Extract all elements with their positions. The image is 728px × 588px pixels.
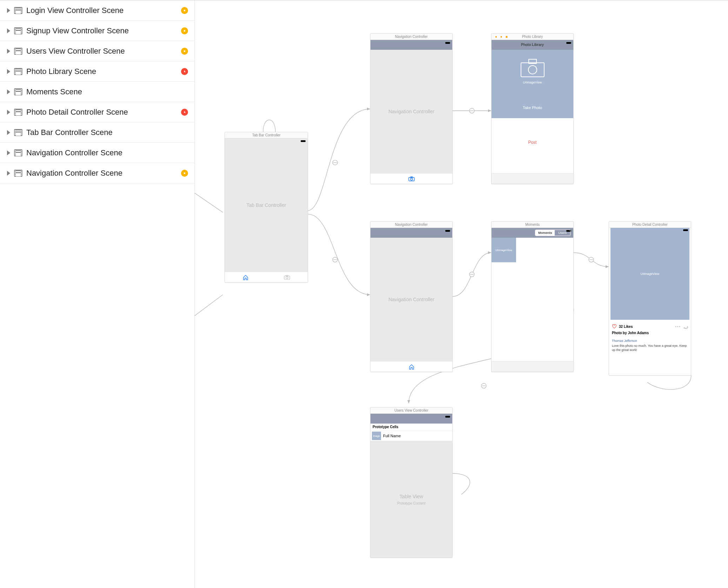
scene-row[interactable]: Login View Controller Scene [0,0,194,21]
segment-moments[interactable]: Moments [535,230,555,236]
take-photo-button[interactable]: Take Photo [492,106,573,110]
controller-placeholder-text: Navigation Controller [370,109,452,114]
navigation-bar [370,228,452,238]
storyboard-canvas[interactable]: Tab Bar Controller Tab Bar Controller Na… [195,0,728,588]
tab-bar [225,272,308,282]
warning-badge-icon[interactable] [181,27,188,34]
svg-rect-20 [521,63,544,77]
heart-icon[interactable] [612,324,617,329]
segment-users[interactable]: Users [555,230,570,236]
camera-icon [520,59,545,78]
storyboard-scene-icon [14,170,22,177]
cell-image-placeholder: Image [372,432,381,440]
disclosure-triangle-icon[interactable] [7,171,10,176]
disclosure-triangle-icon[interactable] [7,150,10,155]
scene-row[interactable]: Navigation Controller Scene [0,143,194,163]
tab-bar [492,173,573,184]
prototype-cells-header: Prototype Cells [370,424,452,431]
svg-point-4 [333,257,338,262]
disclosure-triangle-icon[interactable] [7,8,10,13]
scene-label: Photo Detail Controller Scene [26,108,181,117]
scene-row[interactable]: Tab Bar Controller Scene [0,122,194,143]
warning-badge-icon[interactable] [181,48,188,55]
tab-bar [370,361,452,372]
scene-row[interactable]: Users View Controller Scene [0,41,194,61]
likes-count: 32 Likes [619,325,633,329]
storyboard-scene-icon [14,109,22,116]
scene-row[interactable]: Photo Library Scene [0,61,194,82]
commenter-name[interactable]: Thomas Jefferson [610,336,689,343]
svg-point-19 [410,178,413,180]
scene-row[interactable]: Photo Detail Controller Scene [0,102,194,122]
scene-titlebar: Photo Detail Controller [609,222,691,228]
scene-label: Login View Controller Scene [26,6,181,15]
uiimageview-label: UIImageView [492,81,573,84]
moments-scene[interactable]: Moments Moments Users UIImageView [491,221,574,372]
tab-home-icon[interactable] [370,361,452,372]
scene-row[interactable]: Moments Scene [0,82,194,102]
scene-titlebar: Navigation Controller [370,222,452,228]
error-badge-icon[interactable] [181,109,188,116]
nav-bar-title: Photo Library [492,40,573,50]
post-button[interactable]: Post [492,140,573,145]
disclosure-triangle-icon[interactable] [7,69,10,74]
disclosure-triangle-icon[interactable] [7,28,10,33]
comment-text: Love this photo so much. You have a grea… [610,343,689,353]
disclosure-triangle-icon[interactable] [7,49,10,54]
storyboard-scene-icon [14,129,22,136]
uiimageview-label: UIImageView [495,249,512,252]
warning-badge-icon[interactable] [181,170,188,177]
svg-point-8 [469,272,474,277]
scene-titlebar: Tab Bar Controller [225,132,308,138]
disclosure-triangle-icon[interactable] [7,89,10,94]
tab-home-icon[interactable] [225,272,266,282]
navigation-bar [370,414,452,424]
controller-placeholder-text: Navigation Controller [370,297,452,302]
scene-label: Moments Scene [26,87,188,96]
scene-outline-sidebar: Login View Controller Scene Signup View … [0,0,195,588]
tab-camera-icon[interactable] [266,272,308,282]
comment-icon[interactable] [683,324,688,329]
controller-placeholder-text: Tab Bar Controller [225,202,308,208]
scene-titlebar: Moments [492,222,573,228]
more-icon[interactable]: ••• [675,325,681,329]
tab-bar [370,173,452,184]
scene-row[interactable]: Navigation Controller Scene [0,163,194,183]
users-view-controller-scene[interactable]: Users View Controller Prototype Cells Im… [370,407,453,558]
storyboard-scene-icon [14,149,22,156]
svg-point-12 [481,383,486,388]
prototype-content-placeholder: Prototype Content [370,501,452,505]
scene-label: Navigation Controller Scene [26,169,181,178]
svg-point-2 [333,160,338,165]
svg-point-22 [528,66,537,74]
scene-label: Photo Library Scene [26,67,181,76]
scene-titlebar: Photo Library ● ● ■ [492,34,573,40]
storyboard-scene-icon [14,27,22,34]
storyboard-scene-icon [14,88,22,95]
disclosure-triangle-icon[interactable] [7,130,10,135]
navigation-controller-scene-2[interactable]: Navigation Controller Navigation Control… [370,221,453,372]
scene-label: Navigation Controller Scene [26,148,188,157]
photo-library-scene[interactable]: Photo Library ● ● ■ Photo Library UIImag… [491,33,574,184]
tabbar-controller-scene[interactable]: Tab Bar Controller Tab Bar Controller [225,132,308,283]
disclosure-triangle-icon[interactable] [7,110,10,115]
svg-point-6 [469,108,474,113]
cell-fullname-label: Full Name [383,434,401,438]
navigation-bar [370,40,452,50]
warning-badge-icon[interactable] [181,7,188,14]
navigation-bar: Moments Users [492,228,573,238]
uiimageview-label: UIImageView [610,272,689,276]
navigation-controller-scene-1[interactable]: Navigation Controller Navigation Control… [370,33,453,184]
svg-point-16 [286,277,288,279]
storyboard-scene-icon [14,68,22,75]
scene-label: Signup View Controller Scene [26,26,181,35]
storyboard-scene-icon [14,48,22,55]
scene-label: Users View Controller Scene [26,47,181,56]
navigation-bar: Photo Library [492,40,573,50]
scene-row[interactable]: Signup View Controller Scene [0,21,194,41]
tab-camera-icon[interactable] [370,174,452,184]
scene-titlebar: Users View Controller [370,407,452,414]
photo-by-label: Photo by John Adams [610,331,689,336]
error-badge-icon[interactable] [181,68,188,75]
photo-detail-controller-scene[interactable]: Photo Detail Controller UIImageView 32 L… [609,221,691,376]
